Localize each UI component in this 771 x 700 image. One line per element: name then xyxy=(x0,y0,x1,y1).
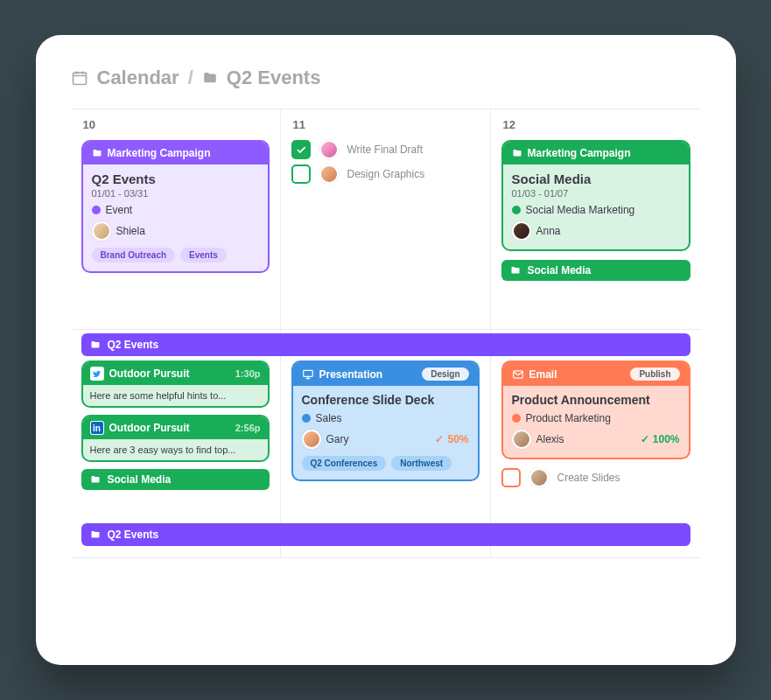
checkbox-empty-icon[interactable] xyxy=(291,164,311,184)
event-card-social-media[interactable]: Marketing Campaign Social Media 01/03 - … xyxy=(501,140,690,251)
day-number: 11 xyxy=(293,118,480,131)
checkbox-checked-icon[interactable] xyxy=(291,140,311,159)
folder-icon xyxy=(512,148,522,158)
post-title: Outdoor Pursuit xyxy=(109,422,190,434)
calendar-panel: Calendar / Q2 Events 10 Marketing Campai… xyxy=(36,35,736,665)
avatar xyxy=(529,468,549,487)
card-assignee: Alexis xyxy=(536,433,564,445)
bar-label: Q2 Events xyxy=(108,528,159,541)
task-label: Write Final Draft xyxy=(347,144,423,156)
span-bar-social-media[interactable]: Social Media xyxy=(501,260,690,281)
card-assignee: Anna xyxy=(536,225,561,237)
task-row[interactable]: Create Slides xyxy=(501,468,690,487)
status-pill: Design xyxy=(422,368,468,381)
progress-value: 100% xyxy=(653,433,680,445)
task-label: Design Graphics xyxy=(347,168,425,180)
span-bar-social-media[interactable]: Social Media xyxy=(81,469,270,490)
svg-rect-1 xyxy=(303,370,312,376)
avatar xyxy=(319,140,339,159)
post-title: Outdoor Pursuit xyxy=(109,368,190,380)
avatar xyxy=(512,221,531,241)
folder-icon xyxy=(510,265,521,276)
category-dot xyxy=(512,414,521,423)
social-post-linkedin[interactable]: in Outdoor Pursuit 2:56p Here are 3 easy… xyxy=(81,415,270,462)
presentation-card[interactable]: Presentation Design Conference Slide Dec… xyxy=(291,360,480,481)
svg-rect-0 xyxy=(73,73,86,84)
card-title: Q2 Events xyxy=(92,172,259,186)
linkedin-icon: in xyxy=(90,421,104,435)
span-bar-q2-events[interactable]: Q2 Events xyxy=(81,523,690,546)
card-title: Social Media xyxy=(512,172,680,186)
social-post-twitter[interactable]: Outdoor Pursuit 1:30p Here are some help… xyxy=(81,360,270,408)
card-assignee: Shiela xyxy=(116,225,145,237)
chip[interactable]: Q2 Conferences xyxy=(302,456,387,471)
calendar-grid: 10 Marketing Campaign Q2 Events 01/01 - … xyxy=(71,108,701,558)
event-card-q2-events[interactable]: Marketing Campaign Q2 Events 01/01 - 03/… xyxy=(81,140,270,273)
post-time: 1:30p xyxy=(235,368,261,379)
folder-icon xyxy=(202,70,218,86)
progress-value: 50% xyxy=(447,433,468,445)
category-dot xyxy=(302,414,311,423)
card-header: Email xyxy=(529,368,557,381)
day-cell-10[interactable]: 10 Marketing Campaign Q2 Events 01/01 - … xyxy=(71,109,281,330)
checkbox-empty-icon[interactable] xyxy=(501,468,521,487)
span-bar-q2-events[interactable]: Q2 Events xyxy=(81,333,690,356)
card-folder: Marketing Campaign xyxy=(108,147,211,159)
day-cell-11[interactable]: 11 Write Final Draft Design Graphics xyxy=(281,109,491,330)
breadcrumb-current[interactable]: Q2 Events xyxy=(227,66,321,89)
presentation-icon xyxy=(302,368,314,381)
card-category: Product Marketing xyxy=(526,412,611,424)
card-category: Sales xyxy=(316,412,342,424)
avatar xyxy=(302,430,321,449)
category-dot xyxy=(92,206,101,214)
progress: ✓ 50% xyxy=(435,433,468,445)
category-dot xyxy=(512,206,521,214)
avatar xyxy=(319,164,339,184)
bar-label: Social Media xyxy=(108,473,172,486)
day-cell-12[interactable]: 12 Marketing Campaign Social Media 01/03… xyxy=(491,109,701,330)
chip[interactable]: Northwest xyxy=(391,456,452,471)
folder-icon xyxy=(90,340,101,350)
bar-label: Social Media xyxy=(528,264,592,276)
card-folder: Marketing Campaign xyxy=(528,147,631,159)
breadcrumb-root[interactable]: Calendar xyxy=(97,66,179,89)
post-time: 2:56p xyxy=(235,423,261,433)
card-title: Product Announcement xyxy=(512,393,680,407)
folder-icon xyxy=(90,529,101,540)
task-row[interactable]: Write Final Draft xyxy=(291,140,480,159)
breadcrumb: Calendar / Q2 Events xyxy=(71,66,701,89)
avatar xyxy=(512,430,531,449)
folder-icon xyxy=(90,474,101,485)
card-assignee: Gary xyxy=(326,433,349,445)
chip[interactable]: Events xyxy=(180,248,227,262)
email-card[interactable]: Email Publish Product Announcement Produ… xyxy=(501,360,690,459)
task-label: Create Slides xyxy=(557,472,620,484)
card-title: Conference Slide Deck xyxy=(302,393,469,407)
day-number: 10 xyxy=(83,118,270,131)
post-body: Here are some helpful hints to... xyxy=(83,385,268,406)
card-header: Presentation xyxy=(319,368,383,381)
card-category: Event xyxy=(106,204,133,216)
status-pill: Publish xyxy=(630,368,679,381)
twitter-icon xyxy=(90,367,104,381)
progress: ✓ 100% xyxy=(641,433,680,445)
chip[interactable]: Brand Outreach xyxy=(92,248,176,262)
day-number: 12 xyxy=(503,118,690,131)
folder-icon xyxy=(92,148,102,158)
calendar-icon xyxy=(71,69,88,87)
email-icon xyxy=(512,368,524,381)
avatar xyxy=(92,221,111,241)
card-dates: 01/01 - 03/31 xyxy=(92,188,259,199)
card-category: Social Media Marketing xyxy=(526,204,635,216)
breadcrumb-separator: / xyxy=(188,66,193,89)
post-body: Here are 3 easy ways to find top... xyxy=(83,439,268,460)
task-row[interactable]: Design Graphics xyxy=(291,164,480,184)
bar-label: Q2 Events xyxy=(108,339,159,351)
card-dates: 01/03 - 01/07 xyxy=(512,188,680,199)
